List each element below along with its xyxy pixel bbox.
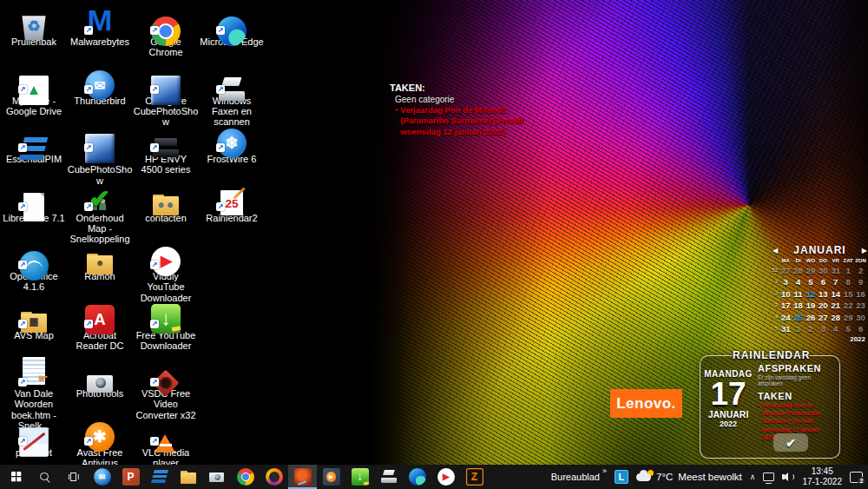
calendar-day[interactable]: 3 <box>779 276 792 287</box>
rainlendar-widget[interactable]: RAINLENDAR MAANDAG 17 JANUARI 2022 AFSPR… <box>700 349 840 459</box>
calendar-day[interactable]: 19 <box>805 300 817 311</box>
weather-widget[interactable]: 7°C Meest bewolkt <box>636 472 742 482</box>
taskbar-app-fax[interactable] <box>374 465 403 489</box>
desktop-icon-cube[interactable]: Start CubePhotoShow <box>67 120 133 179</box>
desktop-icon-printer-dark[interactable]: HP ENVY 4500 series <box>133 120 199 179</box>
calendar-day[interactable]: 23 <box>854 300 866 311</box>
calendar-day[interactable]: 20 <box>817 300 829 311</box>
calendar-day[interactable]: 22 <box>842 300 854 311</box>
network-icon[interactable] <box>763 472 774 481</box>
calendar-day[interactable]: 14 <box>830 288 842 300</box>
calendar-day[interactable]: 4 <box>830 323 842 334</box>
desktop-icon-thunderbird[interactable]: ✉Thunderbird <box>67 62 133 121</box>
taskbar-app-active-app[interactable] <box>288 465 317 489</box>
taskbar-app-media-player[interactable]: ▶ <box>317 465 345 489</box>
desktop-icon-vsdc[interactable]: VSDC Free Video Converter x32 <box>133 354 199 413</box>
desktop-icon-document[interactable]: LibreOffice 7.1 <box>1 179 67 238</box>
desktop-icon-fax[interactable]: Windows Faxen en scannen <box>199 62 265 121</box>
desktop-icon-people-check[interactable]: ✔Onderhoud Map - Snelkoppeling <box>67 179 133 238</box>
calendar-day[interactable]: 18 <box>792 300 804 311</box>
taskbar-app-ytd[interactable]: ↓ <box>345 465 374 489</box>
desktop-icon-camera[interactable]: PhotoTools <box>67 354 133 413</box>
calendar-day[interactable]: 10 <box>779 288 792 300</box>
search-button[interactable] <box>30 465 59 489</box>
taskbar-app-zinio[interactable]: Z <box>460 465 489 489</box>
desktop-icon-vlc[interactable]: VLC media player <box>133 413 199 472</box>
taskbar-app-essentialpim[interactable] <box>145 465 174 489</box>
calendar-day[interactable]: 3 <box>817 323 829 334</box>
calendar-day[interactable]: 16 <box>854 288 866 300</box>
desktop-icon-avast[interactable]: ✱Avast Free Antivirus <box>67 413 133 472</box>
calendar-day[interactable]: 6 <box>817 276 829 287</box>
toolbar-expand-icon[interactable]: » <box>602 466 607 475</box>
calendar-day[interactable]: 15 <box>842 288 854 300</box>
task-view-button[interactable] <box>59 465 88 489</box>
calendar-day[interactable]: 28 <box>792 265 804 276</box>
desktop-icon-rainlendar[interactable]: 25Rainlendar2 <box>199 179 265 238</box>
desktop-icon-acrobat[interactable]: AAcrobat Reader DC <box>67 296 133 355</box>
calendar-day[interactable]: 29 <box>805 265 817 276</box>
taskbar-app-file-explorer[interactable] <box>174 465 202 489</box>
clock[interactable]: 13:45 17-1-2022 <box>802 466 842 488</box>
start-button[interactable] <box>2 465 30 489</box>
taskbar-app-powerpoint[interactable]: P <box>116 465 145 489</box>
calendar-day[interactable]: 21 <box>830 300 842 311</box>
calendar-day[interactable]: 24 <box>779 312 792 323</box>
taskbar-app-viddly[interactable]: ▶ <box>431 465 460 489</box>
calendar-next-icon[interactable]: ▶ <box>862 247 867 254</box>
calendar-day[interactable]: 31 <box>830 265 842 276</box>
calendar-day[interactable]: 27 <box>779 265 792 276</box>
calendar-day[interactable]: 1 <box>842 265 854 276</box>
calendar-day[interactable]: 6 <box>854 323 866 334</box>
taskbar-app-thunderbird[interactable]: ✉ <box>88 465 116 489</box>
taskbar-app-chrome[interactable] <box>231 465 260 489</box>
calendar-day[interactable]: 2 <box>854 265 866 276</box>
calendar-day[interactable]: 1 <box>792 323 804 334</box>
calendar-day[interactable]: 12 <box>805 288 817 300</box>
calendar-day[interactable]: 25 <box>792 312 804 323</box>
desktop-toolbar-label[interactable]: Bureaublad <box>551 472 600 482</box>
desktop-icon-viddly[interactable]: ▶Viddly YouTube Downloader <box>133 237 199 296</box>
calendar-day[interactable]: 17 <box>779 300 792 311</box>
desktop-icon-webdoc[interactable]: ☛Van Dale Woorden boek.htm - Snelk... <box>1 354 67 413</box>
taskbar-app-edge[interactable] <box>403 465 431 489</box>
calendar-day[interactable]: 29 <box>842 312 854 323</box>
calendar-prev-icon[interactable]: ◀ <box>773 247 778 254</box>
calendar-day[interactable]: 5 <box>842 323 854 334</box>
desktop-icon-google-drive[interactable]: My Drive - Google Drive <box>1 62 67 121</box>
task-done-button[interactable]: ✔ <box>773 433 808 452</box>
calendar-day[interactable]: 7 <box>830 276 842 287</box>
hidden-icons-chevron-icon[interactable]: ∧ <box>750 472 756 481</box>
taskbar-app-camera[interactable] <box>202 465 231 489</box>
calendar-day[interactable]: 4 <box>792 276 804 287</box>
calendar-day[interactable]: 13 <box>817 288 829 300</box>
desktop-icon-folder-film[interactable]: ▦AVS Map <box>1 296 67 355</box>
calendar-day[interactable]: 5 <box>805 276 817 287</box>
calendar-day[interactable]: 28 <box>830 312 842 323</box>
calendar-day[interactable]: 30 <box>854 312 866 323</box>
calendar-day[interactable]: 2 <box>805 323 817 334</box>
calendar-day[interactable]: 9 <box>854 276 866 287</box>
volume-icon[interactable] <box>782 472 794 482</box>
desktop-icon-chrome[interactable]: Google Chrome <box>133 3 199 62</box>
calendar-day[interactable]: 8 <box>842 276 854 287</box>
calendar-day[interactable]: 27 <box>817 312 829 323</box>
desktop-icon-ytd[interactable]: ↓Free YouTube Downloader <box>133 296 199 355</box>
desktop-icon-paintnet[interactable]: paint.net <box>1 413 67 472</box>
lenovo-vantage-icon[interactable]: L <box>615 470 628 484</box>
notification-center-icon[interactable]: 2 <box>850 472 863 483</box>
calendar-day[interactable]: 30 <box>817 265 829 276</box>
desktop-icon-cube[interactable]: Configure CubePhotoShow <box>133 62 199 121</box>
desktop-icon-essentialpim[interactable]: EssentialPIM <box>1 120 67 179</box>
calendar-day[interactable]: 11 <box>792 288 804 300</box>
taskbar-app-avast-lens[interactable] <box>260 465 288 489</box>
calendar-day[interactable]: 31 <box>779 323 792 334</box>
calendar-day[interactable]: 26 <box>805 312 817 323</box>
desktop-icon-frostwire[interactable]: ❄FrostWire 6 <box>199 120 265 179</box>
desktop-icon-recycle-bin[interactable]: ♻Prullenbak <box>1 3 67 62</box>
desktop-icon-edge[interactable]: Microsoft Edge <box>199 3 265 62</box>
desktop-icon-folder-people[interactable]: ☻☻contacten <box>133 179 199 238</box>
desktop-icon-openoffice[interactable]: OpenOffice 4.1.6 <box>1 237 67 296</box>
desktop-icon-malwarebytes[interactable]: MMalwarebytes <box>67 3 133 62</box>
desktop-icon-folder-person[interactable]: ☻Ramon <box>67 237 133 296</box>
